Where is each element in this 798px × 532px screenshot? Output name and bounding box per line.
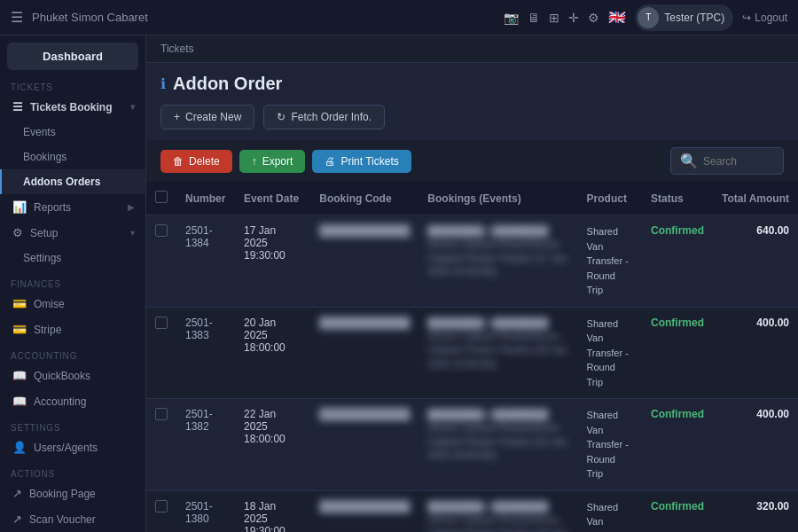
row-checkbox[interactable]	[155, 500, 168, 512]
accounting-icon: 📖	[12, 395, 27, 408]
sidebar-item-accounting[interactable]: 📖 Accounting	[0, 388, 145, 414]
sidebar-item-addons-orders[interactable]: Addons Orders	[0, 169, 145, 194]
header-product: Product	[578, 182, 642, 215]
table-row: 2501-1383 20 Jan 2025 18:00:00 █████████…	[146, 307, 798, 399]
monitor-icon[interactable]: 🖥	[528, 11, 540, 25]
row-total-amount: 400.00	[713, 399, 798, 491]
settings-icon[interactable]: ⚙	[588, 11, 599, 25]
brand-name: Phuket Simon Cabaret	[32, 11, 148, 24]
select-all-checkbox[interactable]	[155, 191, 168, 203]
reports-arrow-icon: ▶	[128, 202, 135, 212]
row-booking-code: ████████████	[310, 307, 419, 399]
orders-table: Number Event Date Booking Code Bookings …	[146, 182, 798, 532]
sidebar-item-users-agents[interactable]: 👤 Users/Agents	[0, 434, 145, 460]
row-checkbox[interactable]	[155, 317, 168, 329]
header-booking-code: Booking Code	[310, 182, 419, 215]
sidebar-item-quickbooks[interactable]: 📖 QuickBooks	[0, 363, 145, 388]
print-icon: 🖨	[325, 155, 335, 168]
table-toolbar: 🗑 Delete ↑ Export 🖨 Print Tickets 🔍	[146, 140, 798, 182]
fetch-order-button[interactable]: ↻ Fetch Order Info.	[263, 105, 385, 129]
header-total-amount: Total Amount	[713, 182, 798, 215]
export-icon: ↑	[252, 155, 257, 168]
user-name: Tester (TPC)	[664, 12, 724, 24]
sidebar-item-booking-page[interactable]: ↗ Booking Page	[0, 481, 145, 506]
reports-icon: 📊	[12, 200, 27, 214]
row-checkbox-cell	[146, 490, 176, 532]
quickbooks-icon: 📖	[12, 369, 27, 382]
sidebar-item-events[interactable]: Events	[0, 120, 145, 145]
user-badge: T Tester (TPC)	[635, 4, 733, 31]
chevron-icon: ▾	[130, 102, 135, 112]
table-row: 2501-1384 17 Jan 2025 19:30:00 █████████…	[146, 215, 798, 308]
search-input[interactable]	[703, 155, 774, 168]
row-checkbox[interactable]	[155, 224, 168, 237]
sidebar-item-tickets-booking[interactable]: ☰ Tickets Booking ▾	[0, 94, 145, 120]
setup-arrow-icon: ▾	[130, 228, 135, 238]
row-checkbox-cell	[146, 307, 176, 399]
logout-button[interactable]: ↪ Logout	[742, 12, 787, 24]
sidebar-item-stripe[interactable]: 💳 Stripe	[0, 317, 145, 342]
row-product: Shared Van Transfer - Round Trip	[578, 399, 642, 491]
row-product: Shared Van Transfer - Round Trip	[578, 215, 642, 308]
row-number: 2501-1382	[176, 399, 235, 491]
sidebar-item-omise[interactable]: 💳 Omise	[0, 291, 145, 317]
row-bookings-events: ████████@████████ (Simon Cabaret Phuket/…	[419, 307, 577, 399]
row-bookings-events: ████████@████████ (Simon Cabaret Phuket/…	[419, 399, 577, 491]
create-new-button[interactable]: + Create New	[160, 105, 254, 129]
flag-icon[interactable]: 🇬🇧	[608, 9, 626, 26]
camera-icon[interactable]: 📷	[504, 11, 519, 25]
sidebar-section-accounting: Accounting	[0, 346, 145, 363]
setup-icon: ⚙	[12, 226, 23, 239]
row-booking-code: ████████████	[310, 490, 419, 532]
trash-icon: 🗑	[173, 155, 184, 168]
row-total-amount: 320.00	[713, 490, 798, 532]
users-icon: 👤	[12, 441, 27, 454]
sidebar-item-reports[interactable]: 📊 Reports ▶	[0, 194, 145, 220]
sidebar-item-bookings[interactable]: Bookings	[0, 145, 145, 169]
search-box[interactable]: 🔍	[670, 147, 784, 175]
delete-button[interactable]: 🗑 Delete	[160, 150, 232, 173]
sidebar-section-settings: Settings	[0, 418, 145, 434]
sidebar-item-settings[interactable]: Settings	[0, 246, 145, 270]
header-status: Status	[642, 182, 713, 215]
addon-order-icon: ℹ	[160, 75, 166, 92]
export-button[interactable]: ↑ Export	[239, 150, 306, 173]
print-button[interactable]: 🖨 Print Tickets	[312, 150, 411, 173]
row-event-date: 22 Jan 2025 18:00:00	[235, 399, 310, 491]
header-checkbox-cell	[146, 182, 176, 215]
row-total-amount: 640.00	[713, 215, 798, 308]
refresh-icon: ↻	[277, 111, 286, 123]
dashboard-button[interactable]: Dashboard	[7, 43, 138, 70]
avatar: T	[638, 7, 659, 28]
external-link-icon: ↗	[12, 487, 22, 500]
row-product: Shared Van Transfer - Round Trip	[578, 307, 642, 399]
row-event-date: 18 Jan 2025 19:30:00	[235, 490, 310, 532]
row-product: Shared Van Transfer - Round Trip	[578, 490, 642, 532]
logout-icon: ↪	[742, 12, 751, 24]
row-total-amount: 400.00	[713, 307, 798, 399]
row-bookings-events: ████████@████████ (Simon Cabaret Phuket/…	[419, 490, 577, 532]
sidebar-item-scan-voucher[interactable]: ↗ Scan Voucher	[0, 506, 145, 532]
topbar-left: ☰ Phuket Simon Cabaret	[11, 9, 504, 26]
row-booking-code: ████████████	[310, 399, 419, 491]
row-event-date: 17 Jan 2025 19:30:00	[235, 215, 310, 308]
table-row: 2501-1382 22 Jan 2025 18:00:00 █████████…	[146, 399, 798, 491]
tickets-icon: ☰	[12, 100, 23, 113]
row-checkbox-cell	[146, 399, 176, 491]
plus-icon: +	[174, 111, 180, 123]
breadcrumb: Tickets	[146, 35, 798, 63]
row-checkbox[interactable]	[155, 408, 168, 420]
table-row: 2501-1380 18 Jan 2025 19:30:00 █████████…	[146, 490, 798, 532]
header-number: Number	[176, 182, 235, 215]
row-booking-code: ████████████	[310, 215, 419, 308]
sidebar-section-actions: Actions	[0, 464, 145, 481]
menu-icon[interactable]: ☰	[11, 9, 23, 26]
location-icon[interactable]: ✛	[568, 11, 579, 25]
grid-icon[interactable]: ⊞	[549, 11, 559, 25]
row-number: 2501-1384	[176, 215, 235, 308]
sidebar-section-finances: Finances	[0, 274, 145, 291]
row-status: Confirmed	[642, 307, 713, 399]
omise-icon: 💳	[12, 297, 27, 310]
row-status: Confirmed	[642, 490, 713, 532]
sidebar-item-setup[interactable]: ⚙ Setup ▾	[0, 220, 145, 246]
